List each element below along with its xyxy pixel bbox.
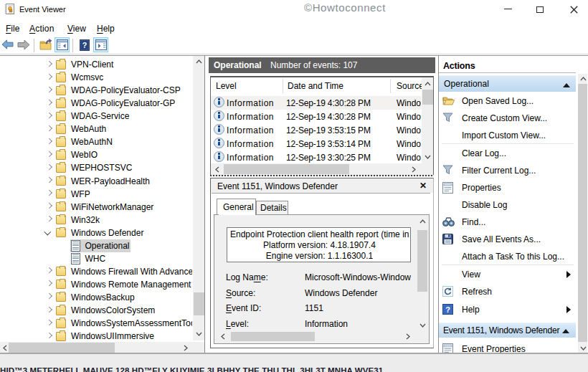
svg-text:?: ?	[445, 305, 450, 313]
svg-text:?: ?	[82, 41, 87, 49]
